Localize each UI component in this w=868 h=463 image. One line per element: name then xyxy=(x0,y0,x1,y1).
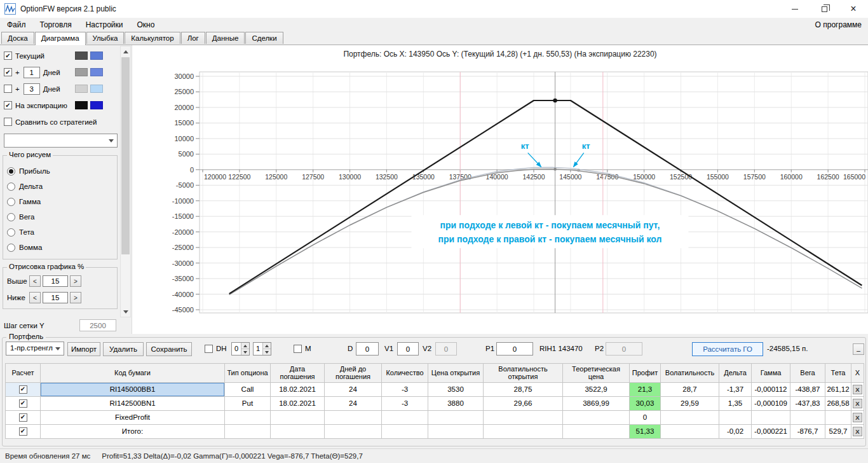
radio-profit[interactable]: Прибыль xyxy=(7,163,113,179)
menu-trading[interactable]: Торговля xyxy=(33,18,79,31)
column-header[interactable]: Профит xyxy=(630,364,661,383)
column-header[interactable]: Дата погашения xyxy=(271,364,325,383)
column-header[interactable]: Цена открытия xyxy=(428,364,484,383)
dh-spinner-1[interactable]: 0 xyxy=(231,342,250,356)
remove-row-button[interactable]: X xyxy=(853,413,862,422)
svg-text:-15000: -15000 xyxy=(172,212,194,220)
cell-open_price: 3880 xyxy=(428,396,484,410)
radio-vega[interactable]: Вега xyxy=(7,209,113,225)
below-increase-button[interactable] xyxy=(70,292,81,303)
expiration-color-swatch-2[interactable] xyxy=(90,101,103,109)
plus1-color-swatch-1[interactable] xyxy=(75,68,88,76)
above-decrease-button[interactable] xyxy=(29,275,41,287)
current-color-swatch-1[interactable] xyxy=(75,52,88,60)
close-icon xyxy=(850,4,856,14)
current-checkbox[interactable] xyxy=(4,52,12,60)
below-decrease-button[interactable] xyxy=(29,292,41,303)
radio-theta[interactable]: Тета xyxy=(7,225,113,240)
v1-field[interactable] xyxy=(397,342,419,356)
tab-smile[interactable]: Улыбка xyxy=(86,32,125,44)
column-header[interactable]: Волатильность xyxy=(661,364,719,383)
scroll-down-button[interactable] xyxy=(121,307,130,317)
column-header[interactable]: Расчет xyxy=(6,364,41,383)
remove-row-button[interactable]: X xyxy=(853,385,862,394)
save-button[interactable]: Сохранить xyxy=(146,342,192,356)
tab-data[interactable]: Данные xyxy=(206,32,245,44)
delete-button[interactable]: Удалить xyxy=(103,342,144,356)
column-header[interactable]: Дней до погашения xyxy=(325,364,382,383)
spin-down-button[interactable] xyxy=(241,349,249,355)
import-button[interactable]: Импорт xyxy=(67,342,100,356)
compare-strategy-select[interactable] xyxy=(4,134,118,148)
tab-calculator[interactable]: Калькулятор xyxy=(125,32,180,44)
above-increase-button[interactable] xyxy=(70,275,81,287)
remove-row-button[interactable]: X xyxy=(853,427,862,436)
sidebar-scrollbar[interactable] xyxy=(120,46,131,317)
plus1-checkbox[interactable] xyxy=(4,68,12,76)
d-field[interactable] xyxy=(356,342,379,356)
plus3-color-swatch-2[interactable] xyxy=(90,85,103,93)
svg-text:160000: 160000 xyxy=(780,173,803,181)
menu-file[interactable]: Файл xyxy=(0,18,33,31)
column-header[interactable]: Вега xyxy=(790,364,825,383)
v2-field[interactable] xyxy=(435,342,457,356)
minimize-button[interactable] xyxy=(780,0,810,18)
radio-delta[interactable]: Дельта xyxy=(7,179,113,194)
column-header[interactable]: Тета xyxy=(825,364,851,383)
column-header[interactable]: Теоретическая цена xyxy=(563,364,630,383)
table-row: RI142500BN1Put18.02.202124-3388029,66386… xyxy=(6,396,864,410)
tab-log[interactable]: Лог xyxy=(181,32,205,44)
chart-svg[interactable]: -45000-40000-35000-30000-25000-20000-150… xyxy=(132,45,868,334)
row-checkbox[interactable] xyxy=(19,385,27,394)
restore-button[interactable] xyxy=(810,0,839,18)
tab-board[interactable]: Доска xyxy=(1,32,34,44)
p2-field[interactable] xyxy=(606,342,642,356)
plus3-days-input[interactable] xyxy=(24,83,40,95)
tab-diagram[interactable]: Диаграмма xyxy=(35,32,86,45)
scroll-thumb[interactable] xyxy=(121,57,130,254)
current-color-swatch-2[interactable] xyxy=(90,52,103,60)
plus1-days-input[interactable] xyxy=(24,67,40,78)
column-header[interactable]: Дельта xyxy=(719,364,752,383)
row-checkbox[interactable] xyxy=(19,399,27,408)
row-checkbox[interactable] xyxy=(19,427,27,436)
collapse-button[interactable]: _ xyxy=(853,343,864,355)
row-checkbox[interactable] xyxy=(19,413,27,422)
plus1-color-swatch-2[interactable] xyxy=(90,68,103,76)
spin-up-button[interactable] xyxy=(241,343,249,349)
menu-settings[interactable]: Настройки xyxy=(79,18,130,31)
spin-down-button[interactable] xyxy=(263,349,271,355)
tab-trades[interactable]: Сделки xyxy=(245,32,283,44)
spin-up-button[interactable] xyxy=(263,343,271,349)
cell-open_price: 3530 xyxy=(428,382,484,396)
scroll-up-button[interactable] xyxy=(121,46,130,57)
dh-checkbox[interactable] xyxy=(205,345,213,353)
m-checkbox[interactable] xyxy=(294,345,302,353)
grid-step-input[interactable] xyxy=(79,319,116,331)
column-header[interactable]: Волатильность открытия xyxy=(484,364,563,383)
column-header[interactable]: Количество xyxy=(382,364,428,383)
close-button[interactable] xyxy=(839,0,868,18)
compare-strategy-checkbox[interactable] xyxy=(4,118,12,126)
calc-margin-button[interactable]: Рассчитать ГО xyxy=(692,342,763,356)
plus3-color-swatch-1[interactable] xyxy=(75,85,88,93)
plus3-checkbox[interactable] xyxy=(4,85,12,93)
dh-spinner-2[interactable]: 1 xyxy=(253,342,271,356)
menu-about[interactable]: О программе xyxy=(815,20,862,29)
column-header[interactable]: X xyxy=(851,364,864,383)
column-header[interactable]: Тип опциона xyxy=(225,364,271,383)
strategy-select[interactable]: 1-пр.стренгл xyxy=(6,342,64,356)
expiration-color-swatch-1[interactable] xyxy=(75,101,88,109)
svg-text:130000: 130000 xyxy=(339,173,361,181)
radio-vomma[interactable]: Вомма xyxy=(7,240,113,255)
radio-gamma[interactable]: Гамма xyxy=(7,194,113,209)
p1-field[interactable] xyxy=(496,342,533,356)
remove-row-button[interactable]: X xyxy=(853,399,862,408)
sidebar: Текущий + Дней + Дней На экспирацию xyxy=(1,46,120,319)
column-header[interactable]: Гамма xyxy=(752,364,790,383)
below-input[interactable] xyxy=(43,292,68,303)
menu-window[interactable]: Окно xyxy=(130,18,162,31)
above-input[interactable] xyxy=(43,275,68,287)
expiration-checkbox[interactable] xyxy=(4,101,12,109)
column-header[interactable]: Код бумаги xyxy=(41,364,225,383)
